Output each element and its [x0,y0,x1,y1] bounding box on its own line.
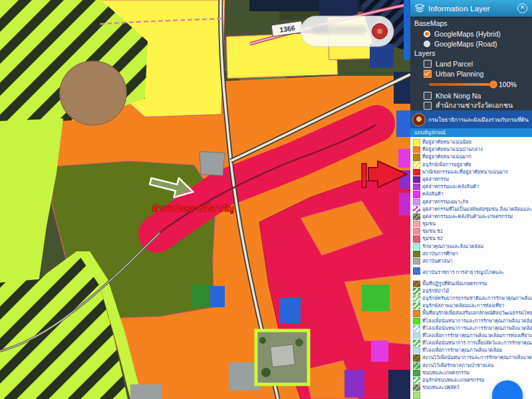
legend-item-25: ที่โล่งเพื่อการรักษาคุณภาพสิ่งแวดล้อมการ… [412,332,532,339]
legend-label: ชุมชน ช2 [422,235,443,242]
checkbox-icon[interactable] [424,102,432,110]
legend-item-27: ที่โล่งเพื่อการรักษาคุณภาพสิ่งแวดล้อม [412,346,532,354]
legend-swatch [413,139,420,146]
legend-swatch [413,213,420,220]
legend-swatch [413,318,420,325]
legend-label: สงวนไว้เพื่อรักษาสภาพป่าชายเลน [422,362,493,369]
legend-swatch [413,332,420,339]
agency-banner-text: กรมโยธาธิการและผังเมืองร่วมกับกรมที่ดิน [428,115,529,124]
legend-swatch [413,146,420,153]
legend-item-6: อุตสาหกรรมและคลังสินค้า [412,183,532,190]
legend-label: สถาบันราชการ การสาธารณูปโภคและสาธารณูปกา… [412,269,504,279]
basemap-option-1[interactable]: GoogleMaps (Road) [414,39,528,49]
legend-label: ที่อยู่อาศัยหนาแน่นมาก [422,153,471,160]
opacity-slider[interactable]: 100% [414,78,528,90]
basemap-option-0[interactable]: GoogleMaps (Hybrid) [414,29,528,39]
legend-swatch [413,392,420,398]
legend-swatch [413,258,420,265]
layer-option-2[interactable]: Khok Nong Na [414,90,528,100]
layer-option-0[interactable]: Land Parcel [414,59,528,68]
legend-list: ที่อยู่อาศัยหนาแน่นน้อยที่อยู่อาศัยหนาแน… [410,137,532,399]
layer-option-label: Land Parcel [436,60,473,68]
legend-item-15: สถาบันการศึกษา [412,250,532,257]
legend-swatch [413,281,420,287]
legend-item-11: ชุมชน [412,220,532,227]
legend-label: อนุรักษ์ชนบทและเกษตรกรรม [422,376,485,384]
legend-label: ที่โล่งเพื่อนันทนาการและการรักษาคุณภาพสิ… [422,325,532,332]
legend-header: แถบสัญลักษณ์ [410,128,532,137]
layer-option-label: Urban Planning [436,70,483,78]
legend-swatch [413,354,420,361]
legend-item-26: ที่โล่งเพื่อนันทนาการ การเลี้ยงสัตว์และก… [412,339,532,346]
legend-item-8: อุตสาหกรรมเฉพาะกิจ [412,198,532,205]
agency-logo-icon [412,113,426,126]
layer-option-3[interactable]: สำนักงานช่างรังวัดเอกชน [414,100,528,110]
legend-swatch [413,199,420,205]
legend-swatch [413,370,420,376]
legend-swatch [413,162,420,168]
legend-swatch [413,310,420,317]
search-overlay[interactable] [301,16,394,47]
legend-item-14: รักษาคุณภาพและสิ่งแวดล้อม [412,243,532,250]
legend-label: ชนบทและปศุสัตว์ [422,384,460,391]
legend-label: ชุมชน ช1 [422,227,443,235]
slider-knob[interactable] [489,80,497,88]
legend-swatch [413,251,420,257]
legend-label: ที่โล่งเพื่อนันทนาการและการรักษาคุณภาพสิ… [422,317,532,325]
legend-label: ชนบทและเกษตรกรรม [422,369,469,376]
layers-heading: Layers [414,49,528,59]
panel-body: BaseMaps GoogleMaps (Hybrid)GoogleMaps (… [410,17,532,110]
legend-swatch [413,362,420,369]
legend-item-22: พื้นที่อนุรักษ์เพื่อส่งเสริมเอกลักษณ์ศิล… [412,309,532,317]
legend-label: ที่อยู่อาศัยหนาแน่นน้อย [422,138,471,146]
layer-option-1[interactable]: Urban Planning [414,68,528,78]
gis-application: ตำแหน่งสถานที่สำคัญ 1366 [0,0,532,399]
legend-label: รักษาคุณภาพและสิ่งแวดล้อม [422,243,483,250]
legend-item-17: สถาบันราชการ การสาธารณูปโภคและสาธารณูปกา… [412,265,532,279]
checkbox-icon[interactable] [424,70,432,78]
checkbox-icon[interactable] [424,60,432,68]
legend-swatch [413,384,420,391]
legend-item-10: อุตสาหกรรมและคลังสินค้าและเกษตรกรรม [412,213,532,220]
legend-swatch [413,243,420,250]
legend-swatch [413,295,420,302]
legend-label: สงวนไว้เพื่อนันทนาการและการรักษาคุณภาพสิ… [422,354,532,361]
legend-swatch [413,176,420,183]
legend-label: พื้นที่อนุรักษ์เพื่อส่งเสริมเอกลักษณ์ศิล… [422,309,532,317]
legend-label: อุตสาหกรรมที่ไม่เป็นมลพิษต่อชุมชน สิ่งแว… [422,205,532,213]
legend-label: ที่อยู่อาศัยหนาแน่นปานกลาง [422,146,483,153]
legend-item-29: สงวนไว้เพื่อรักษาสภาพป่าชายเลน [412,362,532,369]
legend-swatch [413,184,420,190]
basemap-options: GoogleMaps (Hybrid)GoogleMaps (Road) [414,29,528,49]
legend-label: สถาบันศาสนา [422,257,452,265]
close-icon[interactable]: ✕ [517,3,527,13]
checkbox-icon[interactable] [424,92,432,100]
legend-label: อนุรักษ์ป่าไม้ [422,287,449,295]
radio-icon[interactable] [424,31,430,37]
layer-option-label: Khok Nong Na [436,92,481,100]
legend-swatch [413,347,420,354]
legend-swatch [413,325,420,332]
basemap-option-label: GoogleMaps (Road) [434,40,497,48]
legend-item-28: สงวนไว้เพื่อนันทนาการและการรักษาคุณภาพสิ… [412,354,532,361]
legend-item-4: พาณิชยกรรมและที่อยู่อาศัยหนาแน่นมาก [412,168,532,176]
legend-item-2: ที่อยู่อาศัยหนาแน่นมาก [412,153,532,160]
radio-icon[interactable] [424,41,430,47]
legend-item-30: ชนบทและเกษตรกรรม [412,369,532,376]
map-canvas[interactable]: ตำแหน่งสถานที่สำคัญ 1366 [0,0,410,399]
legend-label: อุตสาหกรรมเฉพาะกิจ [422,198,468,205]
legend-swatch [413,340,420,346]
legend-label: ที่โล่งเพื่อการรักษาคุณภาพสิ่งแวดล้อม [422,346,502,354]
legend-label: อุตสาหกรรมและคลังสินค้าและเกษตรกรรม [422,213,513,220]
legend-item-5: อุตสาหกรรม [412,176,532,183]
legend-label: อุตสาหกรรมและคลังสินค้า [422,183,479,190]
legend-item-13: ชุมชน ช2 [412,235,532,242]
legend-label: อนุรักษ์ทรัพยากรธรรมชาติและการรักษาคุณภา… [422,295,532,302]
legend-label: ที่โล่งเพื่อการรักษาคุณภาพสิ่งแวดล้อมการ… [422,332,532,339]
legend-item-1: ที่อยู่อาศัยหนาแน่นปานกลาง [412,146,532,153]
info-layer-panel: Information Layer ✕ BaseMaps GoogleMaps … [410,0,532,399]
legend-item-3: อนุรักษ์เพื่อการอยู่อาศัย [412,161,532,168]
legend-label: อุตสาหกรรม [422,176,449,183]
legend-item-0: ที่อยู่อาศัยหนาแน่นน้อย [412,138,532,146]
slider-track[interactable] [429,83,494,86]
